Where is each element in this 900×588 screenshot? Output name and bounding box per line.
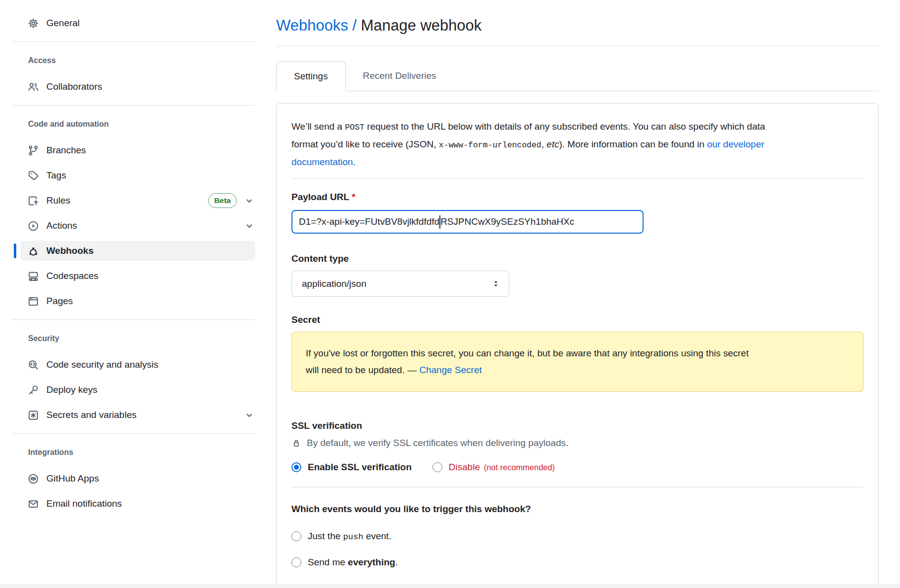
events-heading: Which events would you like to trigger t… xyxy=(291,504,864,515)
sidebar-item-email-notifications[interactable]: Email notifications xyxy=(21,494,255,514)
sidebar-divider xyxy=(12,433,255,434)
developer-documentation-link[interactable]: documentation xyxy=(291,157,353,167)
payload-url-value-before-caret: D1=?x-api-key=FUtvBV8vjlkfdfdfd xyxy=(299,216,439,227)
asterisk-box-icon xyxy=(28,410,39,421)
sidebar-item-secrets-and-variables[interactable]: Secrets and variables xyxy=(21,405,255,425)
webhook-settings-main: Webhooks / Manage webhook Settings Recen… xyxy=(276,0,879,588)
sidebar-section-code-and-automation: Code and automation xyxy=(28,114,255,134)
sidebar-section-integrations: Integrations xyxy=(28,443,255,462)
sidebar-item-label: Code security and analysis xyxy=(46,359,158,370)
sidebar-item-branches[interactable]: Branches xyxy=(21,140,255,160)
sidebar-item-label: Secrets and variables xyxy=(46,410,137,420)
tab-recent-deliveries[interactable]: Recent Deliveries xyxy=(346,61,454,91)
developer-documentation-link[interactable]: our developer xyxy=(707,139,764,149)
codespaces-icon xyxy=(28,271,39,282)
code-scan-icon xyxy=(28,359,39,371)
sidebar-item-code-security[interactable]: Code security and analysis xyxy=(21,355,255,375)
send-everything-radio[interactable] xyxy=(291,557,301,567)
chevron-down-icon[interactable] xyxy=(245,411,254,420)
intro-text: We’ll send a POST request to the URL bel… xyxy=(291,118,864,171)
sidebar-item-label: Branches xyxy=(46,145,86,156)
sidebar-item-label: GitHub Apps xyxy=(46,473,99,484)
sidebar-item-pages[interactable]: Pages xyxy=(21,291,255,311)
ssl-note: By default, we verify SSL certificates w… xyxy=(291,438,864,449)
section-divider xyxy=(291,178,864,179)
key-icon xyxy=(28,384,39,396)
sidebar-item-label: Webhooks xyxy=(46,245,94,256)
sidebar-item-actions[interactable]: Actions xyxy=(21,216,255,236)
sidebar-item-label: Tags xyxy=(46,170,66,181)
browser-icon xyxy=(28,296,39,307)
sidebar-item-deploy-keys[interactable]: Deploy keys xyxy=(21,380,255,400)
sidebar-divider xyxy=(12,319,255,320)
content-type-label: Content type xyxy=(291,253,864,264)
payload-url-input[interactable]: D1=?x-api-key=FUtvBV8vjlkfdfdfdRSJPNCwX9… xyxy=(291,210,644,234)
page-header: Webhooks / Manage webhook xyxy=(276,0,879,46)
payload-url-value-after-caret: RSJPNCwX9ySEzSYh1bhaHXc xyxy=(440,216,574,227)
sidebar-item-rules[interactable]: Rules Beta xyxy=(21,191,255,210)
sidebar-item-label: Collaborators xyxy=(46,81,102,92)
hubot-icon xyxy=(28,473,39,484)
disable-ssl-note: (not recommended) xyxy=(484,463,555,472)
event-option-push: Just the push event. xyxy=(291,531,864,542)
section-divider xyxy=(291,487,864,487)
lock-icon xyxy=(291,438,301,448)
post-code: POST xyxy=(345,123,364,132)
secret-warning-box: If you've lost or forgotten this secret,… xyxy=(291,332,864,392)
gear-icon xyxy=(28,18,39,29)
ssl-note-text: By default, we verify SSL certificates w… xyxy=(307,438,569,449)
tag-icon xyxy=(28,170,39,181)
sidebar-divider xyxy=(12,105,255,105)
rules-icon xyxy=(28,195,39,207)
send-everything-label[interactable]: Send me everything. xyxy=(308,557,398,568)
sidebar-item-label: General xyxy=(46,18,80,29)
ssl-radio-row: Enable SSL verification Disable (not rec… xyxy=(291,462,864,473)
git-branch-icon xyxy=(28,145,39,156)
sidebar-section-security: Security xyxy=(28,329,255,348)
change-secret-link[interactable]: Change Secret xyxy=(419,365,482,375)
enable-ssl-label[interactable]: Enable SSL verification xyxy=(308,462,412,473)
chevron-down-icon[interactable] xyxy=(245,221,254,231)
webhook-icon xyxy=(28,245,39,257)
webhook-form-panel: We’ll send a POST request to the URL bel… xyxy=(276,103,879,588)
breadcrumb-webhooks-link[interactable]: Webhooks xyxy=(276,17,348,34)
secret-label: Secret xyxy=(291,314,864,325)
content-type-selected-value: application/json xyxy=(302,278,366,289)
enable-ssl-radio[interactable] xyxy=(291,462,301,472)
tabnav: Settings Recent Deliveries xyxy=(276,61,879,91)
sidebar-item-label: Deploy keys xyxy=(46,384,98,395)
urlencoded-code: x-www-form-urlencoded xyxy=(439,140,541,150)
sidebar-item-github-apps[interactable]: GitHub Apps xyxy=(21,469,255,488)
just-push-radio[interactable] xyxy=(291,531,301,541)
content-type-select[interactable]: application/json xyxy=(291,271,509,297)
tab-settings[interactable]: Settings xyxy=(276,61,346,91)
sidebar-item-webhooks[interactable]: Webhooks xyxy=(21,241,255,261)
sidebar-item-label: Actions xyxy=(46,220,77,231)
sidebar-section-access: Access xyxy=(28,51,255,70)
just-push-label[interactable]: Just the push event. xyxy=(308,531,392,542)
required-asterisk: * xyxy=(352,192,355,202)
mail-icon xyxy=(28,498,39,510)
select-arrows-icon xyxy=(492,279,500,288)
event-option-everything: Send me everything. xyxy=(291,557,864,568)
play-circle-icon xyxy=(28,220,39,232)
sidebar-item-tags[interactable]: Tags xyxy=(21,166,255,185)
sidebar-item-collaborators[interactable]: Collaborators xyxy=(21,77,255,97)
sidebar-item-label: Rules xyxy=(46,195,71,206)
page-title: Webhooks / Manage webhook xyxy=(276,16,879,35)
breadcrumb-separator: / xyxy=(353,17,357,34)
sidebar-item-label: Pages xyxy=(46,296,73,307)
disable-ssl-radio[interactable] xyxy=(432,462,442,472)
sidebar-item-general[interactable]: General xyxy=(21,13,255,33)
chevron-down-icon[interactable] xyxy=(245,196,254,206)
sidebar-item-codespaces[interactable]: Codespaces xyxy=(21,266,255,286)
payload-url-label: Payload URL* xyxy=(291,192,864,203)
sidebar-item-label: Codespaces xyxy=(46,271,99,281)
sidebar-item-label: Email notifications xyxy=(46,498,122,509)
push-code: push xyxy=(343,532,363,542)
disable-ssl-label[interactable]: Disable xyxy=(449,462,480,473)
page-bottom-edge xyxy=(0,584,900,588)
people-icon xyxy=(28,81,39,93)
repo-settings-sidebar: General Access Collaborators Code and au… xyxy=(0,0,275,519)
page-title-text: Manage webhook xyxy=(361,17,482,34)
